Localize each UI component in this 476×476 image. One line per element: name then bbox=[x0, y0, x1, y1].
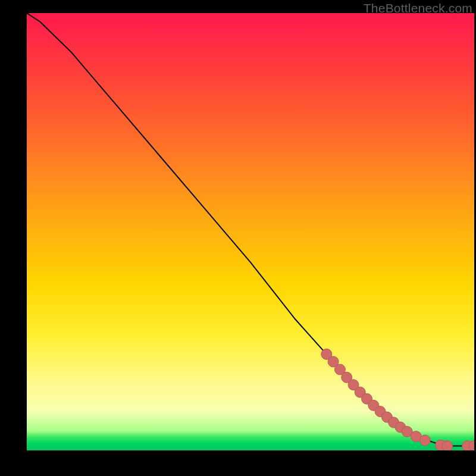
curve-svg bbox=[27, 13, 474, 450]
plot-area bbox=[27, 13, 474, 450]
chart-frame: TheBottleneck.com bbox=[0, 0, 476, 476]
data-marker bbox=[442, 441, 453, 450]
data-marker bbox=[419, 435, 430, 446]
marker-group bbox=[321, 349, 474, 450]
bottleneck-curve bbox=[27, 13, 474, 446]
watermark-text: TheBottleneck.com bbox=[364, 1, 472, 15]
